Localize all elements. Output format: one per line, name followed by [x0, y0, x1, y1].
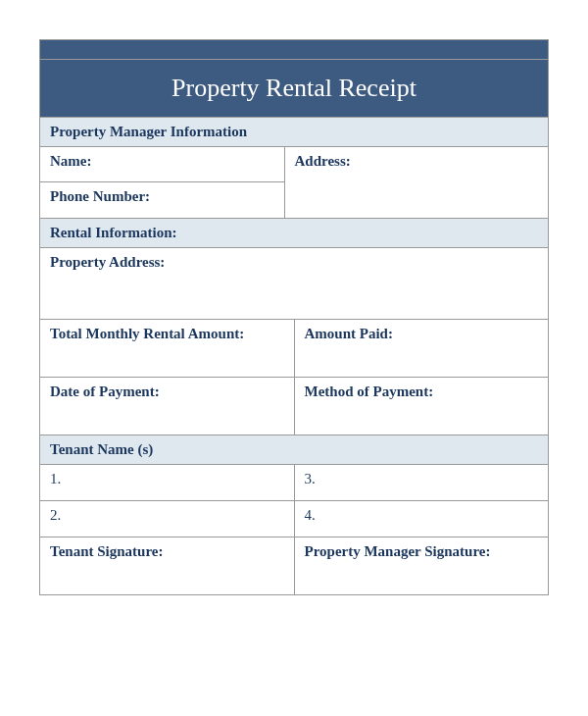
label-name-text: Name: [50, 153, 87, 169]
row-tenant-13: 1. 3.: [40, 465, 548, 501]
row-amounts: Total Monthly Rental Amount: Amount Paid…: [40, 320, 548, 378]
label-date-payment: Date of Payment:: [40, 378, 295, 435]
tenant-1: 1.: [40, 465, 295, 500]
header-strip: [40, 40, 548, 60]
row-tenant-24: 2. 4.: [40, 501, 548, 537]
row-payment: Date of Payment: Method of Payment:: [40, 378, 548, 435]
label-property-address: Property Address:: [40, 248, 548, 319]
section-rental-header: Rental Information:: [40, 219, 548, 248]
label-address-text: Address: [295, 153, 346, 169]
label-amount-paid: Amount Paid:: [295, 320, 549, 377]
label-method-payment: Method of Payment:: [295, 378, 549, 435]
label-name: Name:: [40, 147, 284, 182]
tenant-2: 2.: [40, 501, 295, 537]
label-total-monthly: Total Monthly Rental Amount:: [40, 320, 295, 377]
tenant-3: 3.: [295, 465, 549, 500]
label-tenant-signature: Tenant Signature:: [40, 537, 295, 594]
label-phone-text: Phone Number: [50, 188, 145, 204]
row-signatures: Tenant Signature: Property Manager Signa…: [40, 537, 548, 594]
row-property-address: Property Address:: [40, 248, 548, 320]
label-address: Address:: [285, 147, 549, 218]
row-name-address: Name: Phone Number: Address:: [40, 147, 548, 219]
section-manager-header: Property Manager Information: [40, 118, 548, 147]
label-manager-signature: Property Manager Signature:: [295, 537, 549, 594]
tenant-4: 4.: [295, 501, 549, 537]
section-tenant-header: Tenant Name (s): [40, 435, 548, 465]
label-phone: Phone Number:: [40, 182, 284, 218]
receipt-form: Property Rental Receipt Property Manager…: [39, 39, 549, 595]
form-title: Property Rental Receipt: [40, 60, 548, 118]
